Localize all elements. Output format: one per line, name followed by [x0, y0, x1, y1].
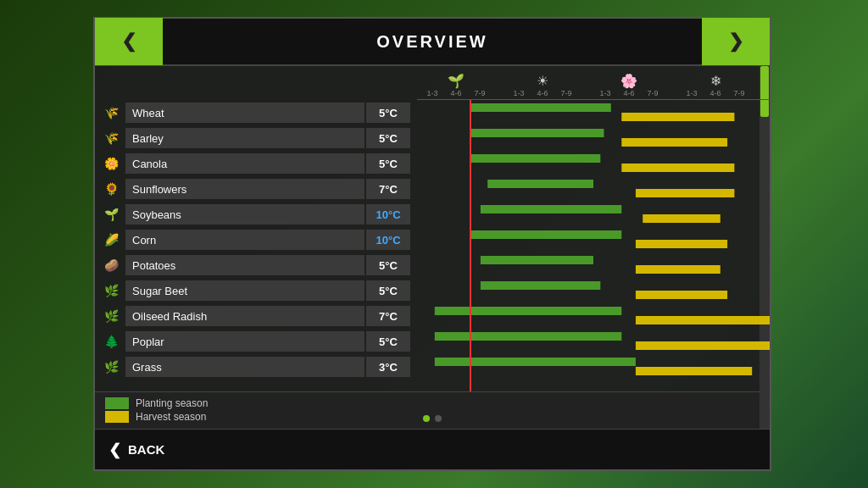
crop-row: 🌻 Sunflowers 7°C — [95, 176, 417, 202]
bar-segment — [636, 367, 752, 375]
bar-segment — [435, 358, 636, 366]
main-panel: ❮ OVERVIEW ❯ 🌾 Wheat 5°C 🌾 Barley 5°C 🌼 … — [93, 17, 771, 471]
bar-segment — [435, 332, 621, 341]
bar-segment — [470, 230, 621, 239]
prev-icon: ❮ — [121, 30, 136, 53]
crop-row: 🌲 Poplar 5°C — [95, 329, 417, 354]
planting-legend: Planting season — [105, 397, 760, 409]
bar-segment — [636, 316, 770, 324]
crop-row: 🌿 Grass 3°C — [95, 354, 417, 380]
crop-temp: 10°C — [366, 204, 410, 225]
crop-row: 🌿 Oilseed Radish 7°C — [95, 303, 417, 329]
crop-temp: 5°C — [366, 153, 410, 174]
crop-icon: 🌾 — [102, 129, 120, 147]
crop-icon: 🌲 — [102, 332, 120, 351]
crop-temp: 5°C — [366, 103, 410, 123]
bar-segment — [636, 240, 727, 248]
crop-temp: 5°C — [366, 128, 410, 148]
next-button[interactable]: ❯ — [702, 18, 770, 65]
red-line — [470, 100, 471, 391]
legend-area: Planting season Harvest season — [95, 391, 770, 429]
crop-temp: 7°C — [366, 179, 410, 199]
harvest-color-swatch — [105, 411, 129, 423]
dot-1[interactable] — [423, 415, 430, 422]
chart-area: 🌱 1-3 4-6 7-9 ☀ 1-3 4-6 7-9 — [417, 66, 770, 391]
bar-segment — [636, 341, 770, 350]
bar-segment — [481, 281, 600, 290]
crop-name: Wheat — [125, 103, 364, 123]
crop-name: Barley — [125, 128, 364, 148]
crop-name: Grass — [125, 357, 364, 377]
bar-segment — [621, 113, 734, 121]
crop-temp: 5°C — [366, 331, 410, 352]
planting-color-swatch — [105, 397, 129, 409]
header: ❮ OVERVIEW ❯ — [95, 19, 770, 66]
crop-row: 🌼 Canola 5°C — [95, 151, 417, 176]
crop-row: 🌱 Soybeans 10°C — [95, 202, 417, 227]
crop-row: 🌾 Barley 5°C — [95, 125, 417, 151]
crop-name: Sunflowers — [125, 179, 364, 199]
bar-segment — [481, 205, 621, 214]
crop-name: Sugar Beet — [125, 280, 364, 301]
bar-segment — [481, 256, 593, 264]
crop-row: 🌾 Wheat 5°C — [95, 100, 417, 125]
bottom-bar: ❮ BACK — [95, 429, 770, 469]
crop-icon: 🌾 — [102, 103, 120, 122]
crop-name: Canola — [125, 153, 364, 174]
page-dots — [423, 415, 442, 422]
bars-container — [417, 100, 770, 391]
bar-segment — [636, 189, 734, 197]
back-label: BACK — [128, 442, 164, 457]
bar-segment — [487, 180, 593, 188]
crop-icon: 🌱 — [102, 205, 120, 224]
harvest-label: Harvest season — [136, 411, 206, 423]
crop-icon: 🌿 — [102, 281, 120, 300]
crop-row: 🌽 Corn 10°C — [95, 227, 417, 252]
bar-segment — [621, 138, 727, 147]
crop-temp: 5°C — [366, 255, 410, 275]
crop-icon: 🥔 — [102, 256, 120, 274]
dot-2[interactable] — [435, 415, 442, 422]
crop-icon: 🌿 — [102, 358, 120, 376]
bar-segment — [643, 214, 721, 223]
crop-temp: 7°C — [366, 306, 410, 326]
crop-temp: 10°C — [366, 230, 410, 250]
crop-temp: 3°C — [366, 357, 410, 377]
crop-name: Soybeans — [125, 204, 364, 225]
crop-icon: 🌿 — [102, 307, 120, 325]
crop-icon: 🌼 — [102, 154, 120, 173]
crop-row: 🌿 Sugar Beet 5°C — [95, 278, 417, 303]
bar-segment — [621, 164, 734, 172]
prev-button[interactable]: ❮ — [95, 18, 163, 65]
crop-name: Potatoes — [125, 255, 364, 275]
next-icon: ❯ — [728, 30, 743, 53]
overview-title: OVERVIEW — [163, 32, 702, 52]
crop-row: 🥔 Potatoes 5°C — [95, 252, 417, 278]
bar-segment — [470, 154, 600, 163]
bar-segment — [435, 307, 621, 315]
crop-name: Oilseed Radish — [125, 306, 364, 326]
bar-segment — [470, 129, 604, 137]
bar-segment — [470, 103, 610, 112]
crop-icon: 🌽 — [102, 230, 120, 249]
crop-name: Corn — [125, 230, 364, 250]
back-button[interactable]: ❮ BACK — [108, 441, 164, 459]
crop-temp: 5°C — [366, 280, 410, 301]
planting-label: Planting season — [136, 397, 208, 409]
bar-segment — [636, 291, 727, 299]
crop-icon: 🌻 — [102, 180, 120, 198]
crop-name: Poplar — [125, 331, 364, 352]
back-arrow-icon: ❮ — [108, 441, 121, 459]
bar-segment — [636, 265, 721, 274]
crop-list: 🌾 Wheat 5°C 🌾 Barley 5°C 🌼 Canola 5°C 🌻 … — [95, 66, 417, 391]
